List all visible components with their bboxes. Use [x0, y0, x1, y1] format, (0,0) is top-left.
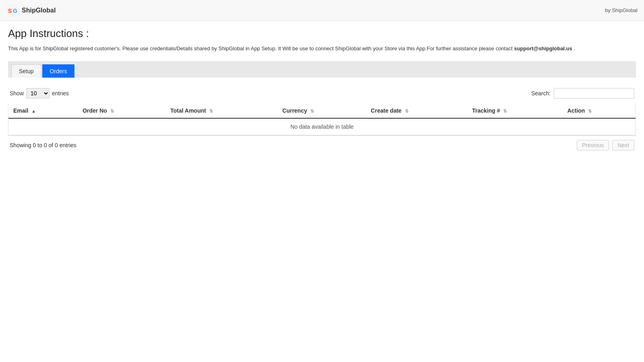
entries-per-page-select[interactable]: 10 25 50 100 [26, 88, 50, 99]
logo-area: S G ShipGlobal [6, 4, 56, 17]
svg-text:G: G [13, 8, 17, 14]
search-area: Search: [531, 88, 634, 99]
col-action[interactable]: Action ⇅ [563, 103, 636, 118]
create-date-sort-icon: ⇅ [405, 109, 409, 114]
main-content: App Instructions : This App is for ShipG… [0, 21, 644, 165]
entries-label: entries [52, 90, 69, 97]
col-tracking[interactable]: Tracking # ⇅ [467, 103, 563, 118]
showing-entries-text: Showing 0 to 0 of 0 entries [10, 142, 76, 148]
support-email-link[interactable]: support@shipglobal.us [514, 45, 572, 51]
orders-table: Email ▲ Order No ⇅ Total Amount ⇅ Curr [8, 103, 636, 135]
svg-text:S: S [8, 8, 12, 14]
logo-text: ShipGlobal [22, 7, 56, 14]
table-controls: Show 10 25 50 100 entries Search: [8, 88, 636, 99]
page-title: App Instructions : [8, 27, 636, 40]
table-header: Email ▲ Order No ⇅ Total Amount ⇅ Curr [8, 103, 636, 118]
show-label: Show [10, 90, 24, 97]
shipglobal-logo-icon: S G [6, 4, 19, 17]
total-amount-sort-icon: ⇅ [209, 109, 213, 114]
tab-setup[interactable]: Setup [11, 64, 41, 78]
tab-orders[interactable]: Orders [42, 64, 75, 78]
col-email[interactable]: Email ▲ [8, 103, 78, 118]
table-wrapper: Email ▲ Order No ⇅ Total Amount ⇅ Curr [8, 103, 636, 136]
currency-sort-icon: ⇅ [310, 109, 314, 114]
col-create-date[interactable]: Create date ⇅ [366, 103, 467, 118]
table-body: No data available in table [8, 118, 636, 135]
action-sort-icon: ⇅ [588, 109, 592, 114]
tabs: Setup Orders [11, 64, 633, 78]
instructions-text: This App is for ShipGlobal registered cu… [8, 45, 636, 53]
tab-orders-content: Show 10 25 50 100 entries Search: [8, 84, 636, 158]
header: S G ShipGlobal by ShipGlobal [0, 0, 644, 21]
show-entries-area: Show 10 25 50 100 entries [10, 88, 69, 99]
col-total-amount[interactable]: Total Amount ⇅ [165, 103, 277, 118]
email-sort-up-icon: ▲ [31, 109, 36, 113]
col-order-no[interactable]: Order No ⇅ [78, 103, 165, 118]
search-label: Search: [531, 90, 551, 97]
no-data-cell: No data available in table [8, 118, 636, 135]
col-currency[interactable]: Currency ⇅ [278, 103, 366, 118]
table-header-row: Email ▲ Order No ⇅ Total Amount ⇅ Curr [8, 103, 636, 118]
previous-button[interactable]: Previous [577, 140, 609, 150]
tabs-container: Setup Orders [8, 61, 636, 78]
pagination-buttons: Previous Next [577, 140, 634, 150]
no-data-row: No data available in table [8, 118, 636, 135]
search-input[interactable] [554, 88, 634, 99]
tracking-sort-icon: ⇅ [503, 109, 507, 114]
header-byline: by ShipGlobal [605, 7, 638, 13]
next-button[interactable]: Next [612, 140, 634, 150]
table-footer: Showing 0 to 0 of 0 entries Previous Nex… [8, 136, 636, 154]
order-no-sort-icon: ⇅ [110, 109, 114, 114]
